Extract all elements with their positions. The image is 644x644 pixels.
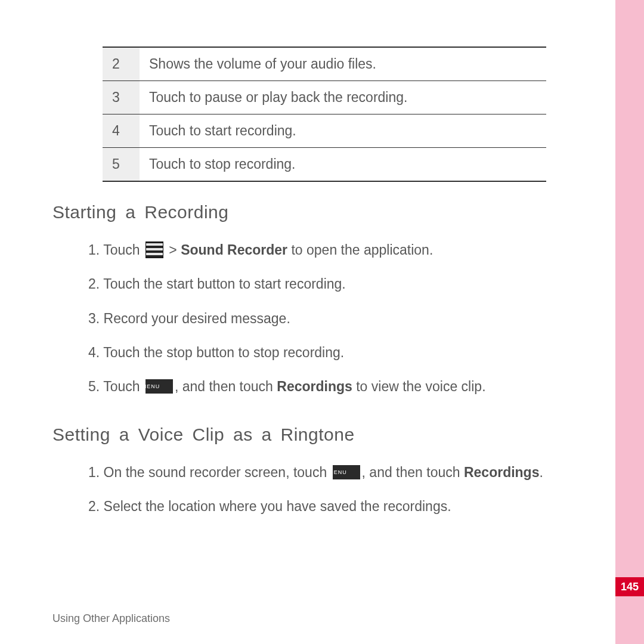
table-row: 4 Touch to start recording. (103, 114, 546, 148)
list-item: 1. On the sound recorder screen, touch M… (105, 456, 597, 490)
step-bold: Sound Recorder (181, 242, 287, 258)
table-row: 3 Touch to pause or play back the record… (103, 81, 546, 114)
list-item: 2. Touch the start button to start recor… (105, 267, 597, 301)
section-heading: Setting a Voice Clip as a Ringtone (52, 425, 597, 445)
section-heading: Starting a Recording (52, 202, 597, 222)
step-text: to open the application. (287, 242, 433, 258)
controls-table: 2 Shows the volume of your audio files. … (103, 47, 546, 182)
table-row: 2 Shows the volume of your audio files. (103, 47, 546, 81)
step-text: 1. On the sound recorder screen, touch (88, 465, 331, 480)
table-cell-num: 4 (103, 114, 140, 148)
steps-list-ringtone: 1. On the sound recorder screen, touch M… (88, 456, 597, 524)
step-text: , and then touch (362, 465, 464, 480)
step-text: , and then touch (175, 379, 277, 394)
right-color-strip (615, 0, 644, 644)
page-number-badge: 145 (615, 577, 644, 596)
table-cell-num: 5 (103, 148, 140, 182)
list-item: 3. Record your desired message. (105, 302, 597, 336)
list-item: 4. Touch the stop button to stop recordi… (105, 336, 597, 370)
menu-icon: MENU (333, 465, 360, 479)
step-bold: Recordings (277, 379, 352, 394)
page-content: 2 Shows the volume of your audio files. … (52, 0, 597, 524)
step-text: 5. Touch (88, 379, 144, 394)
step-text: . (539, 465, 543, 480)
table-row: 5 Touch to stop recording. (103, 148, 546, 182)
table-cell-num: 2 (103, 47, 140, 81)
table-cell-text: Shows the volume of your audio files. (140, 47, 546, 81)
list-item: 5. Touch MENU, and then touch Recordings… (105, 370, 597, 404)
step-text: to view the voice clip. (352, 379, 486, 394)
footer-text: Using Other Applications (52, 612, 170, 625)
step-text: 1. Touch (88, 242, 144, 258)
table-cell-text: Touch to start recording. (140, 114, 546, 148)
steps-list-starting: 1. Touch > Sound Recorder to open the ap… (88, 233, 597, 404)
menu-icon: MENU (145, 379, 173, 394)
step-bold: Recordings (464, 465, 540, 480)
list-item: 1. Touch > Sound Recorder to open the ap… (105, 233, 597, 267)
table-cell-num: 3 (103, 81, 140, 114)
list-item: 2. Select the location where you have sa… (105, 490, 597, 524)
table-cell-text: Touch to stop recording. (140, 148, 546, 182)
apps-grid-icon (145, 242, 163, 258)
table-cell-text: Touch to pause or play back the recordin… (140, 81, 546, 114)
step-text: > (165, 242, 181, 258)
